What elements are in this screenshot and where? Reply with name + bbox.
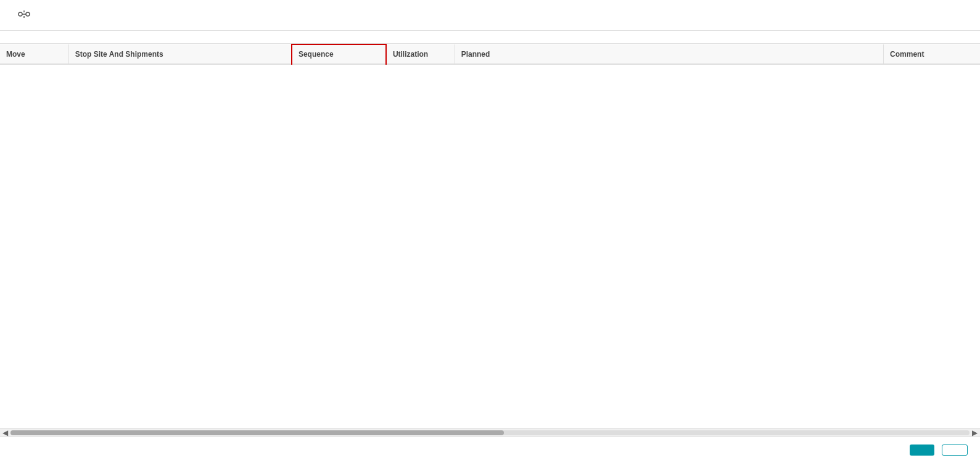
page: Move Stop Site And Shipments Sequence Ut… (0, 0, 980, 463)
header (0, 0, 980, 31)
svg-point-1 (26, 12, 30, 16)
horizontal-scrollbar[interactable]: ◀ ▶ (0, 428, 980, 436)
main-table: Move Stop Site And Shipments Sequence Ut… (0, 44, 980, 65)
scroll-right-button[interactable]: ▶ (972, 428, 978, 437)
route-icon (17, 7, 31, 23)
col-header-comment: Comment (884, 44, 980, 64)
col-header-planned: Planned (455, 44, 883, 64)
table-header-row: Move Stop Site And Shipments Sequence Ut… (0, 44, 980, 64)
add-to-scratchpad-button[interactable] (910, 445, 934, 456)
scroll-thumb (10, 430, 504, 435)
col-header-sequence: Sequence (292, 44, 386, 64)
col-header-utilization: Utilization (386, 44, 455, 64)
meta-row (0, 31, 980, 44)
footer (0, 436, 980, 463)
col-header-stop: Stop Site And Shipments (68, 44, 292, 64)
scroll-track (10, 430, 970, 435)
table-container: Move Stop Site And Shipments Sequence Ut… (0, 44, 980, 428)
scroll-left-button[interactable]: ◀ (2, 428, 8, 437)
reset-button[interactable] (942, 445, 968, 456)
col-header-move: Move (0, 44, 68, 64)
svg-point-0 (19, 12, 22, 16)
